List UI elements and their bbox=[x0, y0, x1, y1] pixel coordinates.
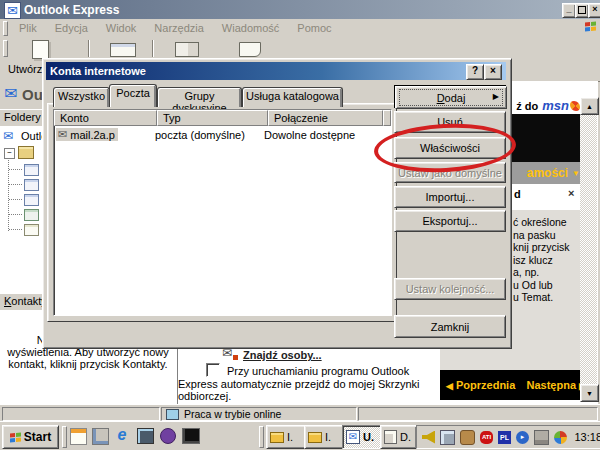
outlook-express-icon: ✉ bbox=[3, 129, 17, 143]
menu-edycja[interactable]: Edycja bbox=[46, 22, 97, 34]
export-button[interactable]: Eksportuj... bbox=[394, 210, 506, 232]
keyboard-layout-indicator[interactable]: PL bbox=[498, 431, 511, 444]
tray-clock[interactable]: 13:18 bbox=[574, 431, 600, 443]
toolbar-separator bbox=[88, 40, 89, 57]
column-header-konto[interactable]: Konto bbox=[54, 110, 157, 126]
add-menu-arrow-icon: ▶ bbox=[493, 92, 499, 101]
msn-logo-text[interactable]: msn bbox=[542, 98, 569, 113]
menu-wiadomosc[interactable]: Wiadomość bbox=[213, 22, 288, 34]
windows-logo-icon bbox=[585, 22, 596, 32]
fax-printer-icon[interactable] bbox=[534, 430, 549, 445]
find-icon[interactable] bbox=[239, 42, 261, 57]
vertical-scrollbar[interactable]: ▲ ▼ bbox=[580, 97, 597, 400]
dialog-titlebar[interactable]: Konta internetowe ? × bbox=[46, 62, 506, 80]
find-people-link[interactable]: Znajdź osoby... bbox=[243, 349, 322, 361]
set-order-button: Ustaw kolejność... bbox=[394, 278, 506, 300]
folders-header-label: Foldery bbox=[4, 111, 41, 123]
new-mail-icon[interactable] bbox=[32, 40, 49, 59]
tab-poczta[interactable]: Poczta bbox=[109, 84, 157, 107]
quicklaunch-grip[interactable] bbox=[62, 426, 67, 448]
taskbar-window-button-4[interactable]: D. bbox=[380, 425, 417, 449]
startup-option-row: Przy uruchamianiu programu Outlook Expre… bbox=[178, 363, 450, 403]
internet-accounts-dialog: Konta internetowe ? × Wszystko Poczta Gr… bbox=[42, 58, 512, 349]
toolbar-grip[interactable] bbox=[3, 40, 8, 57]
nav-previous-link[interactable]: ◀ Poprzednia bbox=[446, 379, 515, 391]
tab-usluga-katalogowa[interactable]: Usługa katalogowa bbox=[242, 87, 343, 107]
tab-grupy-dyskusyjne[interactable]: Grupy dyskusyjne bbox=[157, 87, 242, 107]
folder-icon bbox=[308, 432, 322, 443]
inbox-folder-icon[interactable] bbox=[24, 164, 39, 176]
agent-icon[interactable] bbox=[460, 430, 475, 445]
quicklaunch-notepad-icon[interactable] bbox=[70, 428, 87, 445]
menu-plik[interactable]: Plik bbox=[10, 22, 46, 34]
menubar-grip[interactable] bbox=[3, 21, 8, 36]
startup-checkbox[interactable] bbox=[206, 363, 220, 377]
ati-tray-icon[interactable]: ATI bbox=[480, 431, 493, 444]
send-receive-icon[interactable] bbox=[110, 43, 136, 57]
taskbar-button-label: I. bbox=[325, 431, 331, 443]
quicklaunch-player-icon[interactable] bbox=[160, 428, 176, 444]
account-type: poczta (domyślne) bbox=[150, 129, 259, 141]
restore-icon bbox=[578, 6, 586, 14]
taskband-grip[interactable] bbox=[259, 426, 264, 448]
restore-button[interactable] bbox=[575, 3, 589, 18]
player-tray-icon[interactable]: ▸ bbox=[516, 431, 529, 444]
minimize-button[interactable]: _ bbox=[562, 3, 576, 18]
account-row[interactable]: ✉ mail.2a.p poczta (domyślne) Dowolne do… bbox=[54, 127, 391, 142]
menu-pomoc[interactable]: Pomoc bbox=[288, 22, 340, 34]
menu-widok[interactable]: Widok bbox=[97, 22, 146, 34]
dialog-close-button[interactable]: × bbox=[484, 64, 502, 80]
quicklaunch-monitor-icon[interactable] bbox=[137, 428, 154, 444]
status-cell-online: Praca w trybie online bbox=[161, 407, 357, 421]
taskbar-window-button-2[interactable]: I. bbox=[304, 425, 345, 449]
volume-icon[interactable] bbox=[422, 431, 435, 444]
status-text: Praca w trybie online bbox=[184, 408, 281, 420]
accounts-list[interactable]: Konto Typ Połączenie ✉ mail.2a.p poczta … bbox=[53, 109, 392, 316]
menu-narzedzia[interactable]: Narzędzia bbox=[145, 22, 213, 34]
column-header-polaczenie[interactable]: Połączenie bbox=[268, 110, 383, 126]
mail-account-icon: ✉ bbox=[58, 128, 67, 141]
close-dialog-button[interactable]: Zamknij bbox=[394, 315, 506, 338]
msn-tip-line: knij przycisk bbox=[513, 241, 570, 254]
scroll-up-button[interactable]: ▲ bbox=[580, 97, 599, 115]
nav-next-link[interactable]: Następna ▶ bbox=[526, 379, 586, 391]
msn-ad-close-icon[interactable]: × bbox=[568, 187, 574, 199]
sent-items-folder-icon[interactable] bbox=[24, 194, 39, 206]
menubar: Plik Edycja Widok Narzędzia Wiadomość Po… bbox=[0, 19, 600, 37]
taskbar-window-button-active[interactable]: ✉ U. bbox=[342, 425, 383, 449]
msn-section-dropdown-icon: ▼ bbox=[572, 169, 580, 178]
quicklaunch-desktop-icon[interactable] bbox=[92, 428, 109, 445]
drafts-folder-icon[interactable] bbox=[24, 224, 39, 236]
taskbar-window-button-1[interactable]: I. bbox=[266, 425, 307, 449]
local-folders-icon[interactable] bbox=[18, 146, 34, 159]
deleted-items-folder-icon[interactable] bbox=[24, 209, 39, 221]
msn-tip-line: a, np. bbox=[513, 266, 570, 279]
addresses-icon[interactable] bbox=[175, 42, 199, 57]
close-button[interactable]: × bbox=[588, 3, 600, 18]
msn-nav-bar: ◀ Poprzednia Następna ▶ bbox=[440, 370, 592, 400]
column-header-blank[interactable] bbox=[383, 110, 391, 126]
network-icon[interactable] bbox=[440, 430, 455, 445]
column-header-typ[interactable]: Typ bbox=[157, 110, 268, 126]
app-icon bbox=[384, 430, 397, 444]
quicklaunch-dos-icon[interactable] bbox=[182, 428, 200, 444]
msn-tip-line: ć określone bbox=[513, 216, 570, 229]
tab-wszystko[interactable]: Wszystko bbox=[53, 87, 110, 107]
system-tray: ATI PL ▸ 13:18 bbox=[416, 425, 600, 449]
display-settings-icon[interactable] bbox=[554, 431, 567, 444]
dialog-help-button[interactable]: ? bbox=[466, 64, 484, 80]
account-name: mail.2a.p bbox=[70, 129, 115, 141]
import-button[interactable]: Importuj... bbox=[394, 186, 506, 208]
taskbar-button-label: D. bbox=[400, 431, 411, 443]
outlook-banner-icon: ✉ bbox=[2, 85, 20, 103]
quicklaunch-ie-icon[interactable]: e bbox=[114, 426, 130, 443]
start-button[interactable]: Start bbox=[2, 425, 59, 449]
tree-guide-line bbox=[9, 214, 22, 216]
scroll-down-button[interactable]: ▼ bbox=[580, 384, 599, 402]
add-button[interactable]: Dodaj ▶ bbox=[394, 85, 506, 108]
tree-guide-line bbox=[9, 229, 22, 231]
focus-rect bbox=[399, 89, 503, 106]
status-cell-left bbox=[2, 407, 160, 421]
start-label: Start bbox=[24, 430, 51, 444]
outbox-folder-icon[interactable] bbox=[24, 179, 39, 191]
